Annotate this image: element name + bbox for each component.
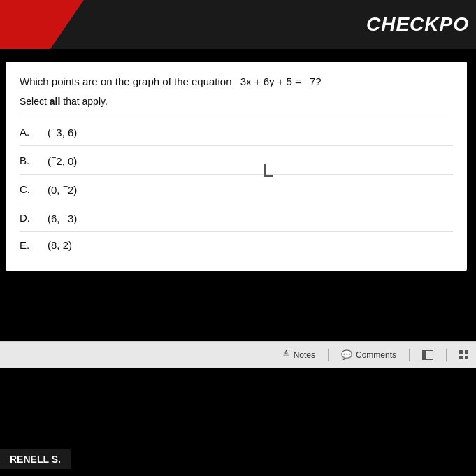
option-d[interactable]: D. (6, −3) xyxy=(20,203,453,231)
option-b-letter: B. xyxy=(20,154,48,166)
grid-view-icon xyxy=(459,350,469,360)
slide-panel-button[interactable] xyxy=(422,350,433,360)
notes-icon: ≜ xyxy=(282,349,290,360)
user-name: RENELL S. xyxy=(10,454,61,465)
option-d-letter: D. xyxy=(20,212,48,224)
content-card: Which points are on the graph of the equ… xyxy=(6,62,467,271)
option-e[interactable]: E. (8, 2) xyxy=(20,231,453,258)
option-a-value: (−3, 6) xyxy=(48,124,77,138)
slide-panel-icon xyxy=(422,350,433,360)
notes-label: Notes xyxy=(294,350,315,360)
notes-button[interactable]: ≜ Notes xyxy=(282,349,315,360)
header: CHECKPO xyxy=(0,0,476,49)
option-e-letter: E. xyxy=(20,239,48,251)
toolbar-divider-2 xyxy=(409,349,410,361)
select-label: Select all that apply. xyxy=(20,96,453,107)
mouse-cursor xyxy=(264,164,273,177)
answer-options: A. (−3, 6) B. (−2, 0) C. (0, −2) D. (6, … xyxy=(20,117,453,258)
user-name-badge: RENELL S. xyxy=(0,449,71,469)
question-text: Which points are on the graph of the equ… xyxy=(20,74,453,89)
toolbar-divider-3 xyxy=(446,349,447,361)
option-c-letter: C. xyxy=(20,183,48,195)
bottom-toolbar: ≜ Notes 💬 Comments xyxy=(0,341,476,368)
option-d-value: (6, −3) xyxy=(48,210,77,224)
checkpoint-title: CHECKPO xyxy=(366,13,469,36)
option-b-value: (−2, 0) xyxy=(48,153,77,167)
option-a-letter: A. xyxy=(20,126,48,138)
bottom-black-area xyxy=(0,368,476,476)
option-c-value: (0, −2) xyxy=(48,182,77,196)
comments-label: Comments xyxy=(356,350,396,360)
option-a[interactable]: A. (−3, 6) xyxy=(20,117,453,145)
comments-icon: 💬 xyxy=(341,349,352,360)
grid-view-button[interactable] xyxy=(459,350,469,360)
option-b[interactable]: B. (−2, 0) xyxy=(20,145,453,174)
option-c[interactable]: C. (0, −2) xyxy=(20,174,453,203)
toolbar-divider-1 xyxy=(328,349,329,361)
option-e-value: (8, 2) xyxy=(48,239,72,251)
comments-button[interactable]: 💬 Comments xyxy=(341,349,396,360)
